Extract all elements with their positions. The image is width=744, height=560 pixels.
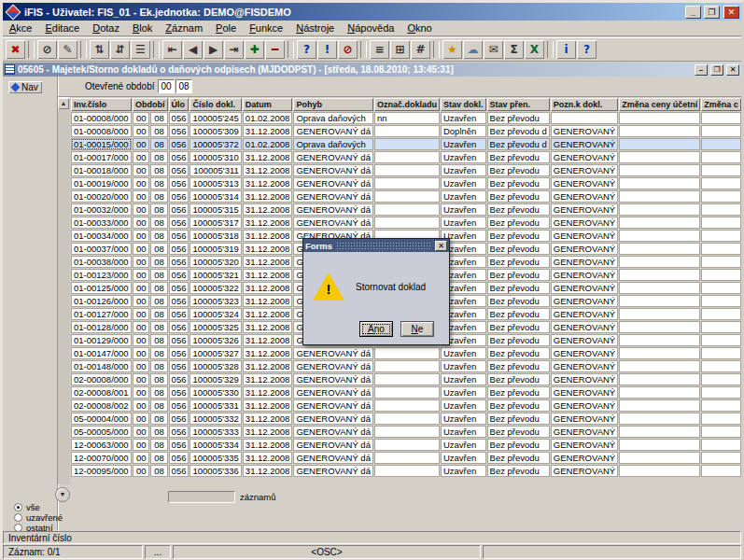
cell-ulo[interactable]: 056 bbox=[169, 230, 190, 242]
cell-zmena-c[interactable] bbox=[701, 452, 741, 464]
cell-pohyb[interactable]: GENEROVANÝ dá bbox=[293, 347, 373, 359]
column-header-pozn-k-dokl[interactable]: Pozn.k dokl. bbox=[551, 98, 618, 111]
column-header-zmena-ceny-ucetni[interactable]: Změna ceny účetní bbox=[619, 98, 700, 111]
cell-cislo-dokl[interactable]: 100005'372 bbox=[190, 138, 241, 150]
minimize-button[interactable]: _ bbox=[685, 6, 701, 19]
cell-pohyb[interactable]: GENEROVANÝ dá bbox=[293, 190, 373, 203]
cell-cislo-dokl[interactable]: 100005'334 bbox=[190, 439, 241, 451]
cloud-icon[interactable]: ☁ bbox=[463, 40, 483, 59]
cell-stav-pren[interactable]: Bez převodu bbox=[487, 334, 550, 346]
cell-zmena-ceny-ucetni[interactable] bbox=[619, 177, 700, 189]
cell-stav-pren[interactable]: Bez převodu bbox=[487, 151, 550, 163]
cell-zmena-ceny-ucetni[interactable] bbox=[619, 321, 700, 333]
cell-pozn-k-dokl[interactable]: GENEROVANÝ bbox=[551, 465, 618, 477]
cell-oznac-dokladu[interactable] bbox=[374, 452, 440, 464]
cell-oznac-dokladu[interactable] bbox=[374, 373, 440, 385]
menu-item-napoveda[interactable]: Nápověda bbox=[341, 21, 400, 35]
cell-cislo-dokl[interactable]: 100005'324 bbox=[190, 308, 241, 320]
cell-zmena-c[interactable] bbox=[701, 151, 741, 163]
cell-cislo-dokl[interactable]: 100005'245 bbox=[190, 112, 241, 124]
cell-stav-pren[interactable]: Bez převodu bbox=[487, 426, 550, 438]
cell-zmena-ceny-ucetni[interactable] bbox=[619, 347, 700, 359]
cell-obdobi-rok[interactable]: 00 bbox=[133, 243, 149, 255]
cell-zmena-c[interactable] bbox=[701, 413, 741, 425]
cell-oznac-dokladu[interactable] bbox=[374, 151, 440, 163]
previous-record-icon[interactable]: ◀ bbox=[183, 40, 203, 59]
cell-ulo[interactable]: 056 bbox=[169, 125, 190, 137]
filter-option-uzavrene[interactable]: uzavřené bbox=[14, 512, 63, 522]
cell-zmena-c[interactable] bbox=[701, 334, 741, 346]
cell-zmena-ceny-ucetni[interactable] bbox=[619, 125, 700, 137]
cell-ulo[interactable]: 056 bbox=[169, 256, 190, 268]
cell-pozn-k-dokl[interactable]: GENEROVANÝ bbox=[551, 230, 618, 242]
cell-stav-pren[interactable]: Bez převodu bbox=[487, 360, 550, 372]
column-header-datum[interactable]: Datum bbox=[243, 98, 293, 111]
cell-oznac-dokladu[interactable] bbox=[374, 439, 440, 451]
cell-pohyb[interactable]: GENEROVANÝ dá bbox=[293, 177, 373, 189]
cell-pohyb[interactable]: GENEROVANÝ dá bbox=[293, 452, 373, 464]
cell-cislo-dokl[interactable]: 100005'331 bbox=[190, 399, 241, 412]
cell-stav-dokl[interactable]: Uzavřen bbox=[441, 465, 486, 477]
cell-zmena-ceny-ucetni[interactable] bbox=[619, 138, 700, 150]
list-values-icon[interactable]: ≡ bbox=[370, 40, 389, 59]
cell-obdobi-mesic[interactable]: 08 bbox=[150, 177, 167, 189]
scroll-up-icon[interactable]: ▲ bbox=[58, 98, 69, 109]
cell-obdobi-rok[interactable]: 00 bbox=[133, 269, 149, 281]
cell-inv-cislo[interactable]: 01-00008/000 bbox=[71, 125, 132, 137]
cell-ulo[interactable]: 056 bbox=[169, 177, 190, 189]
cell-zmena-c[interactable] bbox=[701, 203, 741, 216]
cell-pozn-k-dokl[interactable]: GENEROVANÝ bbox=[551, 269, 618, 281]
cell-obdobi-mesic[interactable]: 08 bbox=[150, 386, 167, 399]
cell-stav-pren[interactable]: Bez převodu bbox=[487, 321, 550, 333]
cell-ulo[interactable]: 056 bbox=[169, 112, 190, 124]
dialog-no-button[interactable]: Ne bbox=[400, 321, 434, 337]
cell-obdobi-mesic[interactable]: 08 bbox=[150, 465, 167, 477]
column-header-oznac-dokladu[interactable]: Označ.dokladu bbox=[374, 98, 440, 111]
cell-zmena-c[interactable] bbox=[701, 217, 741, 229]
table-row[interactable]: 12-00063/0000008056100005'33431.12.2008G… bbox=[71, 439, 741, 451]
menu-item-zaznam[interactable]: Záznam bbox=[159, 21, 209, 35]
table-row[interactable]: 01-00008/0000008056100005'24501.02.2008O… bbox=[71, 112, 741, 124]
cell-stav-pren[interactable]: Bez převodu d bbox=[487, 125, 550, 137]
cell-cislo-dokl[interactable]: 100005'328 bbox=[190, 360, 241, 372]
cell-pozn-k-dokl[interactable]: GENEROVANÝ bbox=[551, 347, 618, 359]
table-row[interactable]: 05-00004/0000008056100005'33231.12.2008G… bbox=[71, 413, 741, 425]
cell-pohyb[interactable]: GENEROVANÝ dá bbox=[293, 439, 373, 451]
cell-pozn-k-dokl[interactable]: GENEROVANÝ bbox=[551, 373, 618, 385]
cell-datum[interactable]: 31.12.2008 bbox=[243, 439, 293, 451]
cell-obdobi-rok[interactable]: 00 bbox=[133, 360, 149, 372]
cell-stav-pren[interactable]: Bez převodu bbox=[487, 177, 550, 189]
last-record-icon[interactable]: ⇥ bbox=[224, 40, 244, 59]
cell-stav-dokl[interactable]: Uzavřen bbox=[441, 426, 486, 438]
cell-stav-pren[interactable]: Bez převodu bbox=[487, 203, 550, 216]
cell-datum[interactable]: 31.12.2008 bbox=[243, 399, 293, 412]
cell-cislo-dokl[interactable]: 100005'321 bbox=[190, 269, 241, 281]
cell-ulo[interactable]: 056 bbox=[169, 269, 190, 281]
cell-stav-dokl[interactable]: Uzavřen bbox=[441, 399, 486, 412]
column-header-inv-cislo[interactable]: Inv.číslo bbox=[71, 98, 132, 111]
enter-query-icon[interactable]: ? bbox=[297, 40, 316, 59]
cell-cislo-dokl[interactable]: 100005'333 bbox=[190, 426, 241, 438]
cell-inv-cislo[interactable]: 01-00123/000 bbox=[71, 269, 132, 281]
cell-ulo[interactable]: 056 bbox=[169, 308, 190, 320]
cell-pozn-k-dokl[interactable]: GENEROVANÝ bbox=[551, 256, 618, 268]
delete-record-icon[interactable]: ━ bbox=[265, 40, 285, 59]
cell-obdobi-rok[interactable]: 00 bbox=[133, 151, 149, 163]
cell-stav-pren[interactable]: Bez převodu bbox=[487, 230, 550, 242]
cell-inv-cislo[interactable]: 01-00037/000 bbox=[71, 243, 132, 255]
cell-pozn-k-dokl[interactable]: GENEROVANÝ bbox=[551, 360, 618, 372]
cell-inv-cislo[interactable]: 01-00032/000 bbox=[71, 203, 132, 216]
cell-ulo[interactable]: 056 bbox=[169, 138, 190, 150]
cell-zmena-c[interactable] bbox=[701, 269, 741, 281]
cell-obdobi-rok[interactable]: 00 bbox=[133, 125, 149, 137]
table-row[interactable]: 02-00008/0000008056100005'32931.12.2008G… bbox=[71, 373, 741, 385]
sort-descending-icon[interactable]: ⇵ bbox=[110, 40, 130, 59]
cell-datum[interactable]: 31.12.2008 bbox=[243, 334, 293, 346]
cell-stav-dokl[interactable]: Uzavřen bbox=[441, 112, 486, 124]
cell-inv-cislo[interactable]: 02-00008/000 bbox=[71, 373, 132, 385]
cell-obdobi-mesic[interactable]: 08 bbox=[150, 138, 167, 150]
cell-zmena-ceny-ucetni[interactable] bbox=[619, 282, 700, 294]
cell-pohyb[interactable]: GENEROVANÝ dá bbox=[293, 164, 373, 176]
cell-pozn-k-dokl[interactable]: GENEROVANÝ bbox=[551, 125, 618, 137]
table-row[interactable]: 05-00005/0000008056100005'33331.12.2008G… bbox=[71, 426, 741, 438]
